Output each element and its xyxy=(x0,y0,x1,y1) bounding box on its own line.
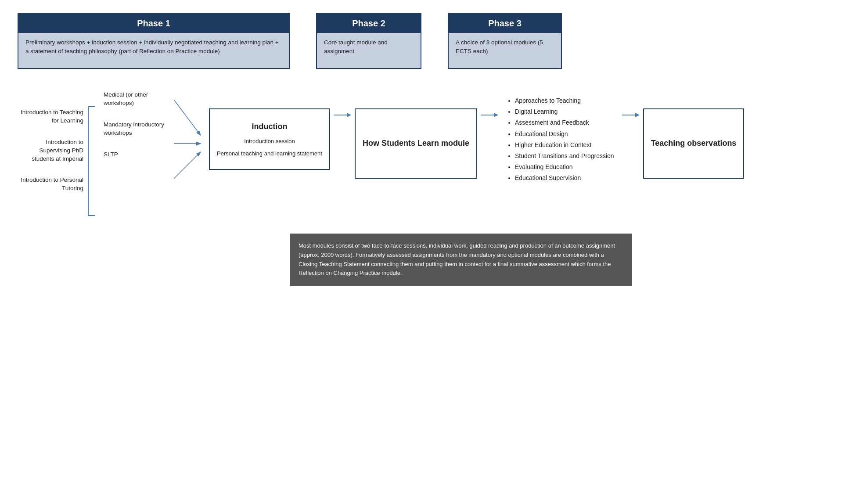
arrow-induction-how xyxy=(330,108,355,122)
phase3-header: Phase 3 xyxy=(449,14,561,33)
module-assessment: Assessment and Feedback xyxy=(515,117,614,128)
sidebar-item-intro-phd: Introduction to Supervising PhD students… xyxy=(18,138,88,163)
module-supervision: Educational Supervision xyxy=(515,173,614,184)
svg-marker-7 xyxy=(494,113,498,117)
sidebar-item-intro-tutoring: Introduction to Personal Tutoring xyxy=(18,176,88,193)
left-flow-wrapper: Introduction to Teaching for Learning In… xyxy=(18,82,95,216)
phase1-header: Phase 1 xyxy=(18,14,289,33)
arrow-how-optional xyxy=(477,108,502,122)
flow-area: Introduction to Teaching for Learning In… xyxy=(18,82,831,216)
arrow-optional-teaching xyxy=(619,108,643,122)
phase1-body: Preliminary workshops + induction sessio… xyxy=(18,33,289,68)
svg-marker-5 xyxy=(347,113,351,117)
module-transitions: Student Transitions and Progression xyxy=(515,151,614,162)
module-digital: Digital Learning xyxy=(515,106,614,117)
how-students-box: How Students Learn module xyxy=(355,108,477,179)
left-bracket xyxy=(88,106,95,216)
left-sidebar: Introduction to Teaching for Learning In… xyxy=(18,82,88,193)
phases-row: Phase 1 Preliminary workshops + inductio… xyxy=(18,13,831,69)
workshops-col: Medical (or other workshops) Mandatory i… xyxy=(95,82,174,158)
module-higher-ed: Higher Education in Context xyxy=(515,140,614,151)
phase1-block: Phase 1 Preliminary workshops + inductio… xyxy=(18,13,290,69)
induction-box: Induction Introduction session Personal … xyxy=(209,108,330,170)
svg-marker-9 xyxy=(635,113,640,117)
phase2-block: Phase 2 Core taught module and assignmen… xyxy=(316,13,421,69)
induction-sub2: Personal teaching and learning statement xyxy=(217,149,322,158)
sidebar-item-intro-teaching: Introduction to Teaching for Learning xyxy=(18,108,88,125)
workshop-mandatory: Mandatory introductory workshops xyxy=(104,121,174,137)
teaching-obs-box: Teaching observations xyxy=(643,108,745,179)
how-students-label: How Students Learn module xyxy=(363,138,469,149)
phase3-body: A choice of 3 optional modules (5 ECTS e… xyxy=(449,33,561,68)
phase2-header: Phase 2 xyxy=(317,14,421,33)
workshop-medical: Medical (or other workshops) xyxy=(104,91,174,108)
induction-sub1: Introduction session xyxy=(244,137,295,146)
module-evaluating: Evaluating Education xyxy=(515,162,614,173)
phase3-block: Phase 3 A choice of 3 optional modules (… xyxy=(448,13,562,69)
induction-title: Induction xyxy=(252,121,287,133)
workshop-sltp: SLTP xyxy=(104,151,174,159)
optional-modules-ul: Approaches to Teaching Digital Learning … xyxy=(506,95,614,184)
optional-modules-list: Approaches to Teaching Digital Learning … xyxy=(502,95,619,184)
module-approaches: Approaches to Teaching xyxy=(515,95,614,106)
module-ed-design: Educational Design xyxy=(515,129,614,140)
svg-line-2 xyxy=(174,152,200,179)
phase2-body: Core taught module and assignment xyxy=(317,33,421,68)
svg-line-0 xyxy=(174,100,200,135)
workshop-to-induction-arrows xyxy=(174,86,209,201)
bottom-note: Most modules consist of two face-to-face… xyxy=(290,234,632,286)
teaching-obs-label: Teaching observations xyxy=(651,138,737,149)
